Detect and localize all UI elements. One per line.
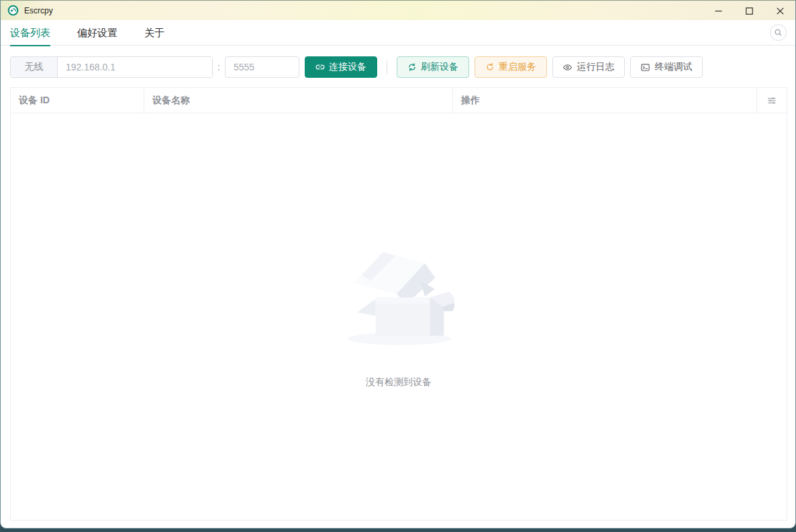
connection-icon bbox=[315, 62, 325, 72]
refresh-icon bbox=[407, 62, 417, 72]
connect-device-label: 连接设备 bbox=[329, 61, 366, 73]
column-device-id: 设备 ID bbox=[11, 88, 144, 113]
device-table: 设备 ID 设备名称 操作 bbox=[10, 87, 787, 521]
terminal-icon bbox=[640, 62, 650, 72]
refresh-devices-button[interactable]: 刷新设备 bbox=[397, 56, 469, 78]
window-controls bbox=[703, 1, 795, 21]
ip-address-input[interactable] bbox=[58, 57, 212, 77]
wireless-address-group: 无线 bbox=[10, 56, 213, 78]
restart-service-button[interactable]: 重启服务 bbox=[475, 56, 547, 78]
search-button[interactable] bbox=[770, 24, 787, 41]
column-settings-icon bbox=[766, 95, 777, 106]
minimize-button[interactable] bbox=[703, 1, 734, 21]
titlebar: Escrcpy bbox=[1, 0, 795, 20]
run-logs-label: 运行日志 bbox=[577, 61, 614, 73]
minimize-icon bbox=[715, 7, 722, 15]
device-table-header: 设备 ID 设备名称 操作 bbox=[11, 88, 787, 113]
window-title: Escrcpy bbox=[24, 6, 53, 15]
column-settings-button[interactable] bbox=[757, 88, 787, 113]
restart-service-label: 重启服务 bbox=[499, 61, 536, 73]
app-window: Escrcpy 设备列表 偏好设置 关于 无线 : bbox=[0, 0, 796, 529]
wireless-label: 无线 bbox=[11, 57, 58, 77]
terminal-debug-button[interactable]: 终端调试 bbox=[630, 56, 703, 78]
view-logs-icon bbox=[562, 62, 573, 72]
column-operations: 操作 bbox=[453, 88, 757, 113]
column-device-name: 设备名称 bbox=[144, 88, 453, 113]
tab-bar: 设备列表 偏好设置 关于 bbox=[1, 20, 795, 46]
toolbar-divider bbox=[387, 60, 387, 74]
empty-state: 没有检测到设备 bbox=[344, 113, 454, 388]
connect-device-button[interactable]: 连接设备 bbox=[305, 56, 377, 78]
terminal-debug-label: 终端调试 bbox=[654, 61, 692, 73]
port-input[interactable] bbox=[225, 56, 299, 78]
close-button[interactable] bbox=[764, 1, 795, 21]
maximize-icon bbox=[746, 7, 753, 15]
search-icon bbox=[774, 28, 783, 37]
restart-icon bbox=[485, 62, 495, 72]
close-icon bbox=[777, 7, 784, 15]
refresh-devices-label: 刷新设备 bbox=[421, 61, 458, 73]
empty-box-icon bbox=[344, 241, 454, 348]
app-logo-icon bbox=[7, 5, 19, 16]
run-logs-button[interactable]: 运行日志 bbox=[552, 56, 625, 78]
tab-preferences[interactable]: 偏好设置 bbox=[77, 20, 117, 46]
tab-device-list[interactable]: 设备列表 bbox=[10, 20, 50, 46]
empty-state-text: 没有检测到设备 bbox=[366, 376, 432, 388]
port-separator: : bbox=[217, 62, 220, 72]
maximize-button[interactable] bbox=[734, 1, 764, 21]
tab-about[interactable]: 关于 bbox=[144, 20, 164, 46]
device-table-body: 没有检测到设备 bbox=[11, 113, 787, 520]
connection-toolbar: 无线 : 连接设备 刷新设备 重启服务 bbox=[10, 56, 786, 78]
